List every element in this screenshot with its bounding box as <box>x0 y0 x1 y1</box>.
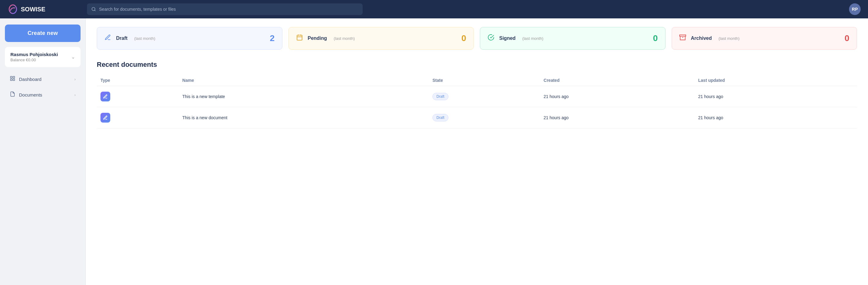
svg-point-0 <box>92 7 95 10</box>
archived-icon <box>679 34 686 42</box>
user-card[interactable]: Rasmus Pohjoiskoski Balance €0.00 ⌄ <box>5 47 81 67</box>
user-name: Rasmus Pohjoiskoski <box>10 52 58 57</box>
recent-documents-title: Recent documents <box>97 61 857 69</box>
col-name: Name <box>179 75 429 86</box>
table-body: This is a new template Draft 21 hours ag… <box>97 86 857 129</box>
svg-rect-10 <box>679 35 685 36</box>
search-icon <box>91 7 96 12</box>
sidebar-item-dashboard-label: Dashboard <box>19 77 41 82</box>
svg-rect-2 <box>10 76 12 78</box>
stat-period-draft: (last month) <box>134 36 155 41</box>
svg-rect-4 <box>10 79 12 81</box>
stats-row: Draft (last month) 2 Pending (last month… <box>97 27 857 50</box>
svg-rect-6 <box>297 35 302 40</box>
main-content: Draft (last month) 2 Pending (last month… <box>86 19 868 285</box>
state-badge-2: Draft <box>432 114 448 121</box>
stat-count-draft: 2 <box>270 33 275 43</box>
documents-table: Type Name State Created Last updated <box>97 75 857 129</box>
dashboard-icon <box>10 76 15 83</box>
sidebar: Create new Rasmus Pohjoiskoski Balance €… <box>0 19 86 285</box>
dashboard-chevron-icon: › <box>74 77 76 82</box>
chevron-down-icon: ⌄ <box>71 55 75 59</box>
documents-icon <box>10 91 15 98</box>
updated-2: 21 hours ago <box>695 107 857 129</box>
create-new-button[interactable]: Create new <box>5 25 81 42</box>
stat-period-archived: (last month) <box>718 36 740 41</box>
doc-type-icon-2 <box>100 113 110 122</box>
created-1: 21 hours ago <box>540 86 695 107</box>
stat-card-archived[interactable]: Archived (last month) 0 <box>672 27 857 50</box>
sowise-logo-icon <box>7 4 19 15</box>
table-row[interactable]: This is a new document Draft 21 hours ag… <box>97 107 857 129</box>
stat-count-signed: 0 <box>653 33 658 43</box>
stat-period-pending: (last month) <box>334 36 355 41</box>
stat-count-pending: 0 <box>461 33 466 43</box>
sidebar-item-dashboard[interactable]: Dashboard › <box>5 72 81 86</box>
main-layout: Create new Rasmus Pohjoiskoski Balance €… <box>0 19 868 285</box>
svg-line-1 <box>95 10 96 11</box>
updated-1: 21 hours ago <box>695 86 857 107</box>
logo-area: SOWISE <box>7 4 87 15</box>
signed-icon <box>488 34 494 42</box>
search-input[interactable] <box>99 7 358 12</box>
created-2: 21 hours ago <box>540 107 695 129</box>
stat-count-archived: 0 <box>844 33 849 43</box>
user-balance: Balance €0.00 <box>10 58 58 62</box>
col-type: Type <box>97 75 179 86</box>
doc-type-icon-1 <box>100 92 110 102</box>
avatar[interactable]: RP <box>849 3 861 15</box>
svg-rect-3 <box>13 76 15 78</box>
table-header: Type Name State Created Last updated <box>97 75 857 86</box>
table-row[interactable]: This is a new template Draft 21 hours ag… <box>97 86 857 107</box>
stat-card-pending[interactable]: Pending (last month) 0 <box>288 27 474 50</box>
col-state: State <box>429 75 540 86</box>
sidebar-item-documents-label: Documents <box>19 92 42 97</box>
svg-rect-5 <box>13 79 15 81</box>
documents-chevron-icon: › <box>74 92 76 97</box>
stat-card-draft[interactable]: Draft (last month) 2 <box>97 27 282 50</box>
sidebar-nav: Dashboard › Documents › <box>5 72 81 102</box>
state-badge-1: Draft <box>432 93 448 100</box>
topnav: SOWISE RP <box>0 0 868 19</box>
col-created: Created <box>540 75 695 86</box>
stat-label-archived: Archived <box>691 35 712 41</box>
doc-name-2: This is a new document <box>179 107 429 129</box>
stat-label-pending: Pending <box>308 35 327 41</box>
draft-icon <box>104 34 111 42</box>
stat-card-signed[interactable]: Signed (last month) 0 <box>480 27 665 50</box>
search-bar[interactable] <box>87 3 363 15</box>
sidebar-item-documents[interactable]: Documents › <box>5 88 81 102</box>
stat-label-signed: Signed <box>499 35 516 41</box>
pending-icon <box>296 34 303 42</box>
stat-label-draft: Draft <box>116 35 127 41</box>
app-name: SOWISE <box>21 6 45 13</box>
doc-name-1: This is a new template <box>179 86 429 107</box>
col-last-updated: Last updated <box>695 75 857 86</box>
stat-period-signed: (last month) <box>522 36 543 41</box>
